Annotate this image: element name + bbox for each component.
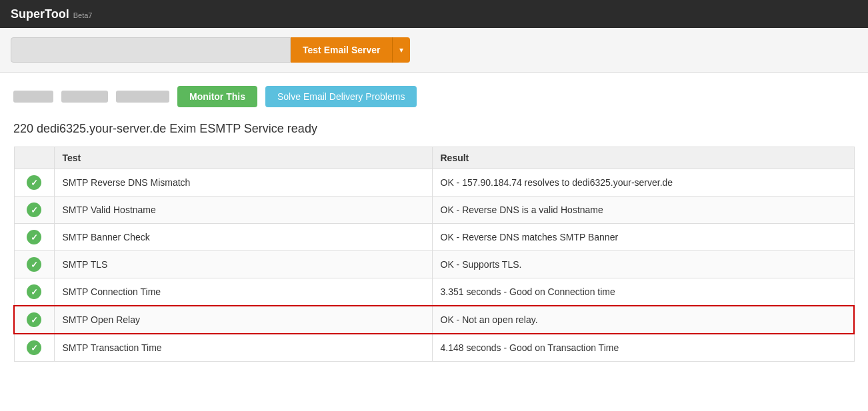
check-icon: ✓ <box>27 340 41 355</box>
col-header-icon <box>14 147 54 169</box>
row-result-cell: OK - Reverse DNS is a valid Hostname <box>432 197 854 224</box>
brand-badge: Beta7 <box>73 11 93 19</box>
row-test-cell: SMTP Banner Check <box>54 224 432 251</box>
input-row: Test Email Server ▾ <box>0 28 868 73</box>
col-header-test: Test <box>54 147 432 169</box>
check-icon: ✓ <box>27 175 41 190</box>
row-test-cell: SMTP Reverse DNS Mismatch <box>54 169 432 197</box>
table-row: ✓SMTP TLSOK - Supports TLS. <box>14 251 854 278</box>
row-icon-cell: ✓ <box>14 197 54 224</box>
row-icon-cell: ✓ <box>14 251 54 278</box>
table-row: ✓SMTP Open RelayOK - Not an open relay. <box>14 306 854 334</box>
redacted-block-3 <box>116 91 169 103</box>
check-icon: ✓ <box>27 284 41 299</box>
table-row: ✓SMTP Banner CheckOK - Reverse DNS match… <box>14 224 854 251</box>
action-row: Monitor This Solve Email Delivery Proble… <box>13 86 855 107</box>
table-row: ✓SMTP Valid HostnameOK - Reverse DNS is … <box>14 197 854 224</box>
table-row: ✓SMTP Transaction Time4.148 seconds - Go… <box>14 334 854 362</box>
row-test-cell: SMTP TLS <box>54 251 432 278</box>
dropdown-arrow-icon: ▾ <box>399 45 403 55</box>
brand: SuperTool Beta7 <box>11 7 92 21</box>
row-result-cell: OK - Supports TLS. <box>432 251 854 278</box>
brand-name: SuperTool <box>11 7 69 21</box>
test-button-dropdown[interactable]: ▾ <box>392 37 410 63</box>
top-nav-bar: SuperTool Beta7 <box>0 0 868 28</box>
results-table: Test Result ✓SMTP Reverse DNS MismatchOK… <box>13 147 855 362</box>
row-icon-cell: ✓ <box>14 169 54 197</box>
table-row: ✓SMTP Reverse DNS MismatchOK - 157.90.18… <box>14 169 854 197</box>
table-body: ✓SMTP Reverse DNS MismatchOK - 157.90.18… <box>14 169 854 362</box>
row-icon-cell: ✓ <box>14 334 54 362</box>
row-result-cell: OK - Not an open relay. <box>432 306 854 334</box>
row-test-cell: SMTP Transaction Time <box>54 334 432 362</box>
row-icon-cell: ✓ <box>14 278 54 306</box>
smtp-ready-text: 220 dedi6325.your-server.de Exim ESMTP S… <box>13 122 855 136</box>
col-header-result: Result <box>432 147 854 169</box>
row-result-cell: OK - 157.90.184.74 resolves to dedi6325.… <box>432 169 854 197</box>
row-result-cell: 4.148 seconds - Good on Transaction Time <box>432 334 854 362</box>
row-test-cell: SMTP Valid Hostname <box>54 197 432 224</box>
redacted-block-2 <box>61 91 108 103</box>
row-result-cell: OK - Reverse DNS matches SMTP Banner <box>432 224 854 251</box>
solve-button-label: Solve Email Delivery Problems <box>277 91 405 102</box>
row-icon-cell: ✓ <box>14 306 54 334</box>
table-row: ✓SMTP Connection Time3.351 seconds - Goo… <box>14 278 854 306</box>
check-icon: ✓ <box>27 203 41 217</box>
server-input[interactable] <box>11 37 291 63</box>
main-content: Monitor This Solve Email Delivery Proble… <box>0 73 868 375</box>
monitor-this-button[interactable]: Monitor This <box>177 86 257 107</box>
table-header-row: Test Result <box>14 147 854 169</box>
row-icon-cell: ✓ <box>14 224 54 251</box>
check-icon: ✓ <box>27 257 41 272</box>
check-icon: ✓ <box>27 312 41 327</box>
redacted-block-1 <box>13 91 53 103</box>
monitor-button-label: Monitor This <box>189 91 245 102</box>
row-test-cell: SMTP Open Relay <box>54 306 432 334</box>
test-button-label: Test Email Server <box>303 45 380 55</box>
check-icon: ✓ <box>27 230 41 244</box>
row-result-cell: 3.351 seconds - Good on Connection time <box>432 278 854 306</box>
test-email-server-button[interactable]: Test Email Server <box>291 37 392 63</box>
solve-email-button[interactable]: Solve Email Delivery Problems <box>265 86 417 107</box>
row-test-cell: SMTP Connection Time <box>54 278 432 306</box>
